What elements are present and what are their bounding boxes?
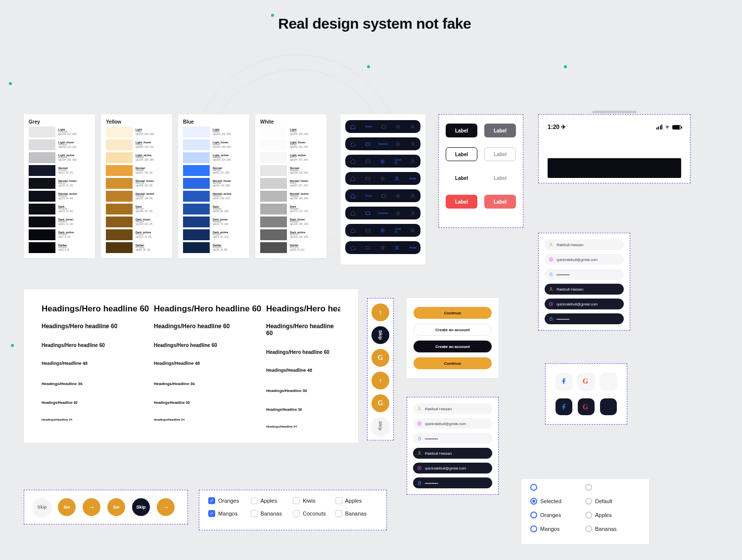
wallet-icon[interactable] (365, 159, 371, 164)
checkbox-item[interactable]: Apples (335, 497, 378, 504)
color-swatch[interactable] (106, 216, 133, 227)
continue-button[interactable]: Continue (414, 357, 492, 369)
color-swatch[interactable] (29, 139, 55, 150)
virus-icon[interactable] (380, 176, 385, 181)
name-input-dark[interactable]: Rakibull Hassan (413, 448, 492, 459)
checkbox-item[interactable]: Coconuts (293, 510, 335, 517)
checkbox-item[interactable]: Mangos (208, 510, 251, 517)
radio-item[interactable]: Mangos (530, 525, 585, 532)
password-input[interactable]: •••••••••• (545, 269, 624, 280)
nav-pill[interactable]: Home (345, 189, 420, 202)
color-swatch[interactable] (106, 152, 133, 163)
color-swatch[interactable] (29, 178, 55, 189)
color-swatch[interactable] (260, 139, 287, 150)
color-swatch[interactable] (106, 178, 133, 189)
home-icon[interactable] (350, 124, 356, 129)
color-swatch[interactable] (183, 204, 210, 215)
nav-pill[interactable]: Profile (345, 241, 420, 254)
radio[interactable] (530, 512, 537, 518)
label-button-outline-disabled[interactable]: Label (484, 147, 516, 161)
password-input[interactable]: •••••••••• (413, 433, 492, 444)
label-button-text-disabled[interactable]: Label (484, 171, 516, 185)
create-account-button-dark[interactable]: Create an account (414, 341, 492, 352)
nav-pill[interactable]: Covid-19 (345, 155, 420, 168)
google-button-dark[interactable]: G (578, 398, 595, 415)
color-swatch[interactable] (183, 127, 210, 137)
apple-button-dark[interactable] (600, 398, 617, 415)
facebook-button-dark[interactable] (556, 398, 572, 415)
color-swatch[interactable] (183, 191, 210, 202)
name-input[interactable]: Rakibull Hassan (413, 403, 492, 414)
color-swatch[interactable] (183, 178, 210, 189)
checkbox[interactable] (293, 510, 300, 517)
checkbox-item[interactable]: Kiwis (293, 497, 335, 504)
virus-icon[interactable] (395, 124, 401, 129)
checkbox-item[interactable]: Bananas (335, 510, 378, 517)
google-button[interactable]: G (578, 373, 595, 389)
radio-item[interactable] (530, 484, 585, 491)
radio[interactable] (530, 498, 537, 505)
wallet-icon[interactable] (365, 176, 371, 181)
email-input-dark[interactable]: quickrakibull@gmial.com (545, 299, 624, 309)
arrow-right-button[interactable]: → (83, 498, 100, 516)
color-swatch[interactable] (260, 204, 287, 215)
radio[interactable] (585, 525, 592, 532)
label-button-danger-hover[interactable]: Label (484, 195, 516, 209)
home-icon[interactable] (350, 228, 356, 233)
wallet-icon[interactable] (381, 124, 386, 129)
radio-item[interactable]: Apples (585, 512, 640, 518)
home-icon[interactable] (350, 193, 356, 199)
home-icon[interactable] (350, 141, 356, 147)
color-swatch[interactable] (29, 165, 55, 176)
radio[interactable] (585, 512, 592, 518)
go-button[interactable]: Go (107, 498, 125, 516)
radio-item[interactable] (585, 484, 640, 491)
color-swatch[interactable] (183, 229, 210, 240)
checkbox[interactable] (335, 510, 342, 517)
color-swatch[interactable] (106, 165, 133, 176)
color-swatch[interactable] (106, 204, 133, 215)
color-swatch[interactable] (260, 191, 287, 202)
radio-item[interactable]: Bananas (585, 525, 640, 532)
user-icon[interactable] (410, 211, 416, 216)
home-icon[interactable] (350, 211, 356, 216)
arrow-up-button[interactable]: ↑ (371, 303, 389, 321)
nav-pill[interactable]: Covid-19 (345, 224, 420, 237)
label-button-secondary[interactable]: Label (484, 124, 516, 137)
color-swatch[interactable] (183, 139, 210, 150)
color-swatch[interactable] (29, 216, 55, 227)
checkbox-item[interactable]: Apples (251, 497, 293, 504)
user-icon[interactable] (410, 159, 416, 164)
create-account-button[interactable]: Create an account (414, 324, 492, 336)
radio[interactable] (530, 484, 537, 491)
color-swatch[interactable] (106, 139, 133, 150)
color-swatch[interactable] (29, 152, 55, 163)
color-swatch[interactable] (106, 229, 133, 240)
name-input-dark[interactable]: Rakibull Hassan (545, 284, 624, 295)
user-icon[interactable] (410, 228, 416, 233)
user-icon[interactable] (410, 193, 416, 199)
wallet-icon[interactable] (365, 141, 371, 147)
nav-pill[interactable]: Statistics (345, 137, 420, 150)
user-icon[interactable] (410, 124, 416, 129)
virus-icon[interactable] (395, 211, 401, 216)
checkbox[interactable] (293, 497, 300, 504)
checkbox[interactable] (208, 510, 215, 517)
color-swatch[interactable] (183, 152, 210, 163)
color-swatch[interactable] (29, 204, 55, 215)
wallet-icon[interactable] (365, 245, 371, 251)
radio[interactable] (530, 525, 537, 532)
user-icon[interactable] (394, 176, 400, 181)
label-button-danger[interactable]: Label (446, 195, 477, 209)
skip-button[interactable]: Skip (371, 326, 389, 344)
skip-button-light[interactable]: Skip (371, 417, 389, 435)
continue-button[interactable]: Continue (414, 307, 492, 319)
radio-item[interactable]: Oranges (530, 512, 585, 518)
radio[interactable] (585, 498, 592, 505)
wallet-icon[interactable] (365, 211, 371, 216)
color-swatch[interactable] (29, 229, 55, 240)
apple-button[interactable] (600, 373, 617, 389)
virus-icon[interactable] (380, 159, 385, 164)
color-swatch[interactable] (260, 127, 287, 137)
color-swatch[interactable] (183, 242, 210, 253)
